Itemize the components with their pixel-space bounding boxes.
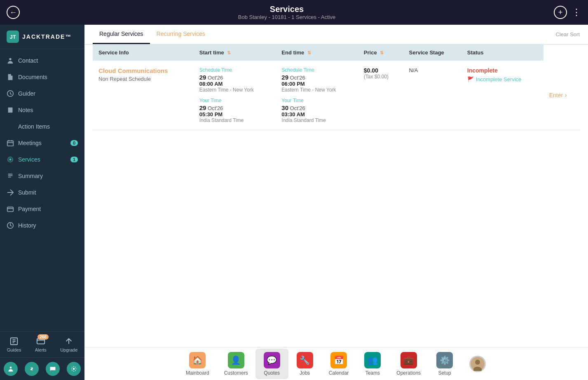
dollar-icon [28, 366, 35, 372]
start-your-label: Your Time [199, 98, 270, 103]
flag-icon: 🚩 [467, 76, 474, 82]
sidebar-item-payment[interactable]: Payment [0, 201, 84, 217]
settings-icon [70, 366, 77, 372]
price-cell: $0.00 (Tax $0.00) [358, 61, 403, 130]
nav-customers[interactable]: 👤 Customers [217, 349, 255, 379]
sidebar-item-guider[interactable]: Guider [0, 85, 84, 102]
nav-mainboard[interactable]: 🏠 Mainboard [178, 349, 217, 379]
end-your-date-mon: Oct'26 [290, 105, 305, 111]
calendar-icon: 📅 [330, 352, 347, 368]
meetings-badge: 0 [70, 140, 78, 146]
end-time-cell: Schedule Time 29 Oct'26 06:00 PM Eastern… [276, 61, 358, 130]
page-subtitle: Bob Stanley - 10181 - 1 Services - Activ… [238, 14, 335, 20]
sidebar-item-contact[interactable]: Contact [0, 52, 84, 69]
sidebar-item-summary[interactable]: Summary [0, 168, 84, 184]
svg-point-9 [475, 359, 480, 364]
billing-btn[interactable] [25, 362, 39, 376]
alerts-count: 268 [37, 334, 49, 340]
enter-button[interactable]: Enter › [549, 91, 574, 99]
end-time-sort-icon: ⇅ [307, 50, 311, 55]
settings-btn[interactable] [67, 362, 81, 376]
service-info-cell: Cloud Communications Non Repeat Schedule [93, 61, 194, 130]
menu-button[interactable]: ⋮ [572, 7, 581, 18]
enter-arrow-icon: › [565, 91, 567, 99]
svg-rect-1 [7, 141, 13, 146]
quotes-icon: 💬 [264, 352, 280, 368]
tab-regular-services[interactable]: Regular Services [93, 25, 150, 44]
mainboard-icon: 🏠 [189, 352, 206, 368]
price-tax: (Tax $0.00) [364, 74, 398, 80]
end-your-time: 03:30 AM [281, 111, 352, 117]
alerts-button[interactable]: 268 Alerts [35, 337, 47, 352]
end-date: 29 Oct'26 [281, 74, 352, 81]
nav-setup[interactable]: ⚙️ Setup [428, 349, 461, 379]
start-your-time-section: Your Time 29 Oct'26 05:30 PM India Stand… [199, 98, 270, 123]
logo-text: JACKTRADE™ [22, 33, 72, 40]
alerts-badge-container: 268 [36, 337, 45, 346]
nav-calendar[interactable]: 📅 Calendar [321, 349, 356, 379]
page-title: Services [238, 5, 335, 14]
svg-rect-3 [7, 207, 13, 212]
col-service-info: Service Info [93, 45, 194, 61]
guides-icon [9, 337, 19, 346]
end-your-date: 30 Oct'26 [281, 104, 352, 111]
sidebar-item-history[interactable]: History [0, 217, 84, 234]
history-icon [7, 222, 14, 229]
messages-btn[interactable] [46, 362, 60, 376]
sidebar-item-action-items[interactable]: Action Items [0, 118, 84, 135]
content-area: Regular Services Recurring Services Clea… [84, 25, 588, 380]
start-time-sort-icon: ⇅ [227, 50, 231, 55]
start-date-num: 29 [199, 74, 206, 81]
table-container: Service Info Start time ⇅ End time ⇅ Pri… [84, 45, 588, 347]
main-layout: JT JACKTRADE™ Contact Documents Guider [0, 25, 588, 380]
col-service-stage: Service Stage [403, 45, 461, 61]
jobs-icon: 🔧 [297, 352, 313, 368]
sidebar-bottom: Guides 268 Alerts Upgrade [0, 331, 84, 357]
table-row: Cloud Communications Non Repeat Schedule… [93, 61, 580, 130]
guides-button[interactable]: Guides [7, 337, 21, 352]
services-badge: 1 [70, 157, 78, 162]
payment-icon [7, 205, 14, 213]
end-your-time-section: Your Time 30 Oct'26 03:30 AM India Stand… [281, 98, 352, 123]
nav-operations[interactable]: 💼 Operations [389, 349, 428, 379]
end-your-label: Your Time [281, 98, 352, 103]
chat-icon [49, 366, 56, 372]
table-header-row: Service Info Start time ⇅ End time ⇅ Pri… [93, 45, 580, 61]
nav-quotes[interactable]: 💬 Quotes [255, 349, 288, 379]
add-button[interactable]: + [554, 6, 567, 19]
nav-jobs[interactable]: 🔧 Jobs [288, 349, 321, 379]
tab-recurring-services[interactable]: Recurring Services [150, 25, 212, 44]
col-start-time[interactable]: Start time ⇅ [194, 45, 276, 61]
user-profile-btn[interactable] [4, 362, 18, 376]
col-end-time[interactable]: End time ⇅ [276, 45, 358, 61]
bottom-nav: 🏠 Mainboard 👤 Customers 💬 Quotes 🔧 Jobs … [84, 347, 588, 380]
service-name[interactable]: Cloud Communications [98, 67, 188, 74]
status-flag: 🚩 Incomplete Service [467, 76, 538, 82]
sidebar-item-notes[interactable]: Notes [0, 102, 84, 118]
end-your-date-num: 30 [281, 104, 288, 111]
service-stage-cell: N/A [403, 61, 461, 130]
summary-icon [7, 172, 14, 180]
enter-cell: Enter › [543, 61, 580, 130]
nav-teams[interactable]: 👥 Teams [356, 349, 389, 379]
header-right: + ⋮ [554, 6, 581, 19]
sidebar: JT JACKTRADE™ Contact Documents Guider [0, 25, 84, 380]
status-cell: Incomplete 🚩 Incomplete Service [461, 61, 543, 130]
sidebar-item-meetings[interactable]: Meetings 0 [0, 135, 84, 151]
end-schedule-label: Schedule Time [281, 67, 352, 73]
nav-avatar[interactable] [461, 352, 494, 375]
sidebar-item-documents[interactable]: Documents [0, 69, 84, 85]
sidebar-item-submit[interactable]: Submit [0, 184, 84, 201]
back-button[interactable]: ← [7, 6, 20, 19]
sidebar-item-services[interactable]: Services 1 [0, 151, 84, 168]
upgrade-button[interactable]: Upgrade [60, 337, 77, 352]
price-sort-icon: ⇅ [380, 50, 384, 55]
end-your-tz: India Standard Time [281, 117, 352, 123]
operations-icon: 💼 [401, 352, 417, 368]
col-price[interactable]: Price ⇅ [358, 45, 403, 61]
service-stage-value: N/A [409, 67, 418, 73]
end-time-text: 06:00 PM [281, 81, 352, 87]
meetings-icon [7, 139, 14, 147]
clear-sort-button[interactable]: Clear Sort [555, 26, 580, 43]
status-flag-label: Incomplete Service [476, 76, 522, 82]
